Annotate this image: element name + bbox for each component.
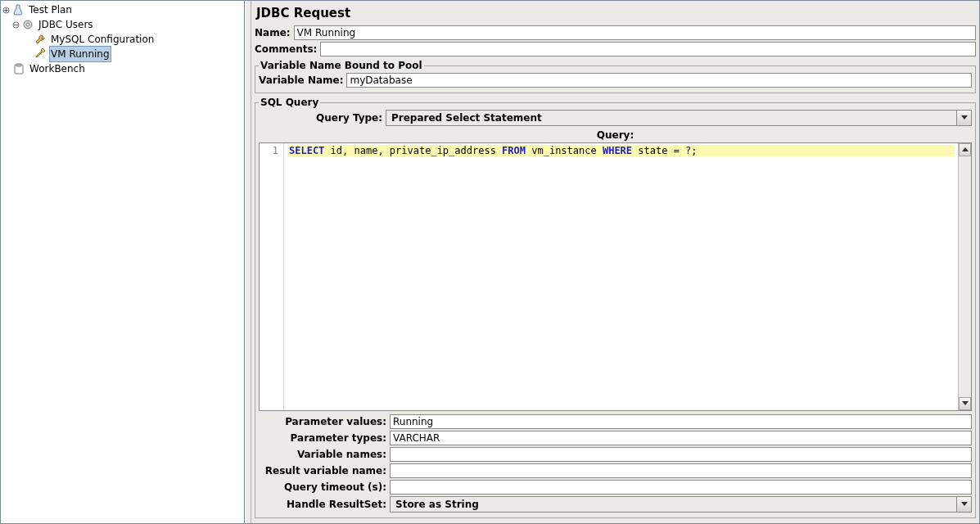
tree-label: JDBC Users bbox=[37, 17, 95, 32]
tree-node-test-plan[interactable]: Test Plan bbox=[1, 2, 244, 17]
beaker-icon bbox=[11, 3, 25, 16]
variable-name-label: Variable Name: bbox=[259, 75, 346, 86]
query-timeout-label: Query timeout (s): bbox=[259, 481, 390, 493]
tree-label: MySQL Configuration bbox=[49, 32, 156, 47]
param-types-input[interactable] bbox=[390, 431, 972, 445]
clipboard-icon bbox=[12, 62, 25, 75]
tree-node-mysql-config[interactable]: MySQL Configuration bbox=[1, 32, 244, 47]
handle-resultset-value: Store as String bbox=[391, 499, 956, 510]
svg-marker-12 bbox=[961, 502, 968, 506]
comments-label: Comments: bbox=[255, 43, 320, 55]
sql-editor[interactable]: 1 SELECT id, name, private_ip_address FR… bbox=[259, 142, 972, 411]
tree-node-vm-running[interactable]: VM Running bbox=[1, 47, 244, 61]
tree-label: Test Plan bbox=[27, 2, 74, 17]
svg-marker-10 bbox=[962, 147, 969, 151]
param-values-label: Parameter values: bbox=[259, 416, 390, 427]
result-variable-input[interactable] bbox=[390, 463, 972, 478]
query-type-label: Query Type: bbox=[259, 112, 386, 124]
name-label: Name: bbox=[255, 27, 294, 38]
svg-rect-8 bbox=[16, 64, 21, 66]
sql-query-legend: SQL Query bbox=[259, 97, 320, 108]
param-types-label: Parameter types: bbox=[259, 432, 390, 444]
tree-label-selected: VM Running bbox=[49, 46, 111, 62]
page-title: JDBC Request bbox=[255, 2, 976, 25]
scroll-down-icon[interactable] bbox=[959, 397, 971, 410]
sql-query-group: SQL Query Query Type: Prepared Select St… bbox=[255, 97, 976, 518]
query-label: Query: bbox=[259, 128, 972, 142]
tree-label: WorkBench bbox=[28, 61, 87, 76]
test-plan-tree[interactable]: Test Plan JDBC Users MySQL Configuration bbox=[1, 1, 245, 523]
variable-name-legend: Variable Name Bound to Pool bbox=[259, 60, 424, 71]
editor-scrollbar[interactable] bbox=[958, 143, 971, 410]
name-input[interactable] bbox=[294, 25, 976, 40]
tree-node-jdbc-users[interactable]: JDBC Users bbox=[1, 17, 244, 32]
svg-marker-11 bbox=[962, 401, 969, 405]
chevron-down-icon[interactable] bbox=[956, 111, 971, 125]
tree-toggle-icon[interactable] bbox=[12, 21, 20, 29]
chevron-down-icon[interactable] bbox=[956, 497, 971, 512]
tree-node-workbench[interactable]: WorkBench bbox=[1, 61, 244, 76]
svg-marker-9 bbox=[961, 115, 968, 120]
editor-code[interactable]: SELECT id, name, private_ip_address FROM… bbox=[284, 143, 958, 410]
form-panel: JDBC Request Name: Comments: Variable Na… bbox=[251, 1, 979, 523]
handle-resultset-select[interactable]: Store as String bbox=[390, 496, 972, 513]
tree-toggle-icon[interactable] bbox=[2, 7, 10, 14]
comments-input[interactable] bbox=[320, 42, 976, 56]
result-variable-label: Result variable name: bbox=[259, 465, 390, 477]
handle-resultset-label: Handle ResultSet: bbox=[259, 499, 390, 510]
variable-name-group: Variable Name Bound to Pool Variable Nam… bbox=[255, 60, 976, 93]
editor-gutter: 1 bbox=[260, 143, 284, 410]
scroll-up-icon[interactable] bbox=[959, 143, 971, 156]
variable-names-label: Variable names: bbox=[259, 449, 390, 460]
variable-names-input[interactable] bbox=[390, 447, 972, 462]
query-type-value: Prepared Select Statement bbox=[386, 112, 956, 124]
splitter-handle[interactable] bbox=[245, 1, 251, 523]
query-timeout-input[interactable] bbox=[390, 480, 972, 495]
app-root: Test Plan JDBC Users MySQL Configuration bbox=[0, 0, 980, 524]
gear-icon bbox=[21, 18, 34, 31]
variable-name-input[interactable] bbox=[346, 73, 972, 88]
query-type-select[interactable]: Prepared Select Statement bbox=[386, 110, 972, 126]
wrench-icon bbox=[34, 33, 47, 46]
pipette-icon bbox=[34, 47, 47, 61]
svg-point-6 bbox=[26, 23, 29, 26]
param-values-input[interactable] bbox=[390, 414, 972, 429]
